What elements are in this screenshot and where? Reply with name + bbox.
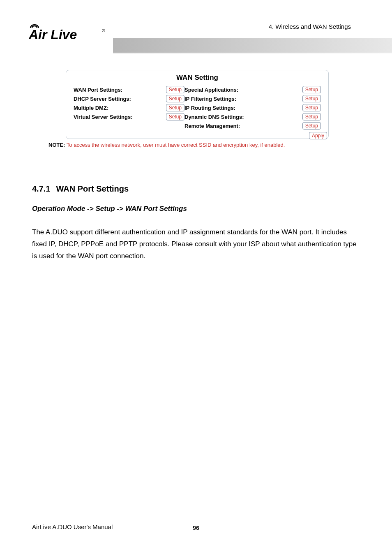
section-title: WAN Port Settings [56,184,129,193]
apply-container: Apply [66,132,329,139]
row-special-apps: Special Applications: Setup [184,86,321,93]
setup-multiple-dmz-button[interactable]: Setup [166,104,184,111]
operation-mode-path: Operation Mode -> Setup -> WAN Port Sett… [32,205,187,213]
section-number: 4.7.1 [32,184,50,194]
setup-dhcp-server-button[interactable]: Setup [166,95,184,102]
footer-page-number: 96 [193,525,199,531]
label-multiple-dmz: Multiple DMZ: [74,105,108,111]
header-band [113,38,392,53]
setup-ip-routing-button[interactable]: Setup [302,104,321,111]
setup-special-apps-button[interactable]: Setup [302,86,321,93]
label-virtual-server: Virtual Server Settings: [74,114,133,120]
row-dhcp-server: DHCP Server Settings: Setup [74,95,184,102]
svg-text:Air Live: Air Live [29,27,77,42]
label-remote-management: Remote Management: [184,123,240,129]
chapter-label: 4. Wireless and WAN Settings [269,23,351,30]
setup-dynamic-dns-button[interactable]: Setup [302,113,321,120]
setup-remote-management-button[interactable]: Setup [302,122,321,130]
brand-logo: Air Live ® [29,22,111,42]
panel-title: WAN Setting [74,74,321,82]
note-label: NOTE: [48,142,65,148]
setup-wan-port-button[interactable]: Setup [166,86,184,93]
note-text: To access the wireless network, user mus… [65,142,285,148]
header-band-line [113,53,392,53]
note-line: NOTE: To access the wireless network, us… [48,142,285,148]
apply-button[interactable]: Apply [309,132,327,139]
footer-manual-name: AirLive A.DUO User's Manual [32,523,113,530]
row-ip-routing: IP Routing Settings: Setup [184,104,321,111]
section-body: The A.DUO support different authenticati… [32,226,360,262]
svg-text:®: ® [102,28,105,33]
setup-ip-filtering-button[interactable]: Setup [302,95,321,102]
row-virtual-server: Virtual Server Settings: Setup [74,113,184,120]
row-wan-port: WAN Port Settings: Setup [74,86,184,93]
setup-virtual-server-button[interactable]: Setup [166,113,184,120]
row-dynamic-dns: Dynamic DNS Settings: Setup [184,113,321,120]
row-remote-management: Remote Management: Setup [184,122,321,130]
label-dynamic-dns: Dynamic DNS Settings: [184,114,244,120]
section-heading: 4.7.1WAN Port Settings [32,184,129,194]
label-special-apps: Special Applications: [184,87,238,93]
row-ip-filtering: IP Filtering Settings: Setup [184,95,321,102]
wan-setting-panel: WAN Setting WAN Port Settings: Setup DHC… [66,70,329,139]
label-ip-routing: IP Routing Settings: [184,105,235,111]
row-multiple-dmz: Multiple DMZ: Setup [74,104,184,111]
label-wan-port: WAN Port Settings: [74,87,122,93]
label-dhcp-server: DHCP Server Settings: [74,96,131,102]
label-ip-filtering: IP Filtering Settings: [184,96,236,102]
